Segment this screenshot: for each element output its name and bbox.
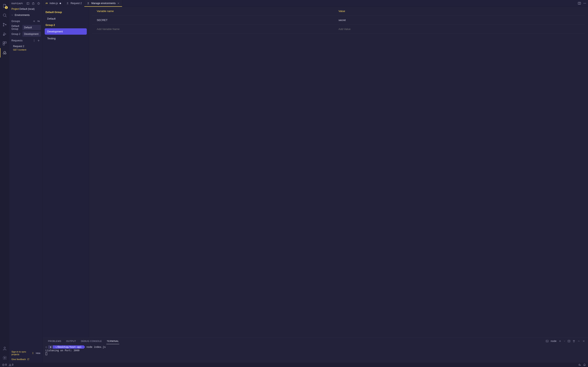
panel-tab-problems[interactable]: PROBLEMS xyxy=(45,338,64,344)
terminal-shell-icon[interactable] xyxy=(546,340,549,342)
hide-link[interactable]: Hide xyxy=(36,352,40,354)
close-tab-icon[interactable] xyxy=(117,2,120,4)
project-value: Default (local) xyxy=(19,8,35,10)
requests-label: Requests xyxy=(11,39,23,42)
group-row-default: Default Group Default xyxy=(9,24,43,31)
svg-rect-6 xyxy=(5,42,6,43)
status-feedback-icon[interactable] xyxy=(578,363,581,366)
maximize-panel-icon[interactable] xyxy=(577,340,580,342)
groups-label: Groups xyxy=(11,20,20,23)
bottom-panel: PROBLEMS OUTPUT DEBUG CONSOLE TERMINAL n… xyxy=(43,338,588,363)
request-subtitle: GET /content xyxy=(9,49,43,52)
tab-more-icon[interactable] xyxy=(583,2,586,5)
terminal-body[interactable]: ○ ❯ ~/Desktop/test-api node index.js Lis… xyxy=(43,344,588,363)
group-row-group2: Group 2 Development xyxy=(9,31,43,37)
chevron-down-icon xyxy=(11,14,13,16)
svg-point-20 xyxy=(67,2,68,3)
activity-settings-icon[interactable] xyxy=(0,353,9,363)
activity-debug-icon[interactable] xyxy=(0,29,9,39)
panel-help-icon[interactable] xyxy=(37,2,40,5)
group-env-pill[interactable]: Development xyxy=(22,31,41,37)
project-label: Project xyxy=(11,8,19,10)
col-variable-name: Variable name xyxy=(97,9,338,13)
variable-name-cell[interactable]: SECRET xyxy=(97,18,338,22)
panel-tab-terminal[interactable]: TERMINAL xyxy=(104,338,121,344)
tab-indexjs[interactable]: JS index.js xyxy=(43,0,64,7)
status-warnings[interactable]: 0 xyxy=(9,363,13,366)
svg-point-18 xyxy=(34,40,34,41)
variable-row[interactable]: SECRET secret xyxy=(92,16,585,25)
request-icon xyxy=(66,2,69,5)
variable-value-cell[interactable]: secret xyxy=(338,18,580,22)
error-icon xyxy=(2,364,5,366)
add-request-icon[interactable] xyxy=(37,39,40,42)
tab-label: index.js xyxy=(50,2,58,5)
svg-point-14 xyxy=(39,4,39,4)
new-terminal-icon[interactable] xyxy=(559,340,562,342)
kill-terminal-icon[interactable] xyxy=(572,340,575,342)
status-bell-icon[interactable] xyxy=(583,363,586,366)
feedback-link[interactable]: Give feedback xyxy=(11,358,40,360)
group-name: Default Group xyxy=(11,25,21,31)
side-panel-header: RAPIDAPI xyxy=(9,0,43,7)
panel-export-icon[interactable] xyxy=(31,2,35,5)
project-row[interactable]: Project Default (local) xyxy=(9,7,43,12)
svg-point-9 xyxy=(4,347,5,349)
request-item[interactable]: Request 2 xyxy=(9,44,43,49)
add-variable-name-input[interactable] xyxy=(97,27,338,31)
sync-message[interactable]: Sign-in to sync projects xyxy=(11,350,30,356)
pin-icon[interactable] xyxy=(32,352,34,354)
svg-point-8 xyxy=(4,51,6,53)
requests-more-icon[interactable] xyxy=(32,39,36,42)
terminal-dropdown-icon[interactable] xyxy=(563,340,566,342)
requests-subhead: Requests xyxy=(9,37,43,44)
split-terminal-icon[interactable] xyxy=(568,340,571,342)
warning-icon xyxy=(9,364,11,366)
svg-rect-26 xyxy=(546,340,548,342)
external-link-icon xyxy=(27,358,29,360)
add-group-icon[interactable] xyxy=(32,19,36,23)
group-name: Group 2 xyxy=(11,33,21,35)
svg-point-10 xyxy=(4,357,5,359)
terminal-command: node index.js xyxy=(86,346,106,349)
svg-point-29 xyxy=(10,365,10,366)
activity-rapidapi-icon[interactable] xyxy=(0,48,9,58)
env-item-development[interactable]: Development xyxy=(45,28,87,35)
svg-rect-7 xyxy=(3,44,4,45)
environments-icon xyxy=(87,2,90,5)
split-editor-icon[interactable] xyxy=(578,2,581,5)
terminal-output: Listening on Port: 3000 xyxy=(45,349,585,352)
status-bar: 0 0 xyxy=(0,363,588,367)
panel-tabs: PROBLEMS OUTPUT DEBUG CONSOLE TERMINAL n… xyxy=(43,338,588,344)
activity-extensions-icon[interactable] xyxy=(0,39,9,48)
activity-search-icon[interactable] xyxy=(0,11,9,20)
env-group-header: Group 2 xyxy=(43,22,89,28)
panel-tab-output[interactable]: OUTPUT xyxy=(64,338,78,344)
tab-request2[interactable]: Request 2 xyxy=(64,0,85,7)
side-panel-title: RAPIDAPI xyxy=(11,2,25,5)
activity-bar: 1 xyxy=(0,0,9,363)
tab-manage-environments[interactable]: Manage environments xyxy=(84,0,122,7)
add-variable-value-input[interactable] xyxy=(338,27,580,31)
activity-account-icon[interactable] xyxy=(0,344,9,353)
status-errors[interactable]: 0 xyxy=(2,363,7,366)
svg-rect-5 xyxy=(3,42,4,43)
panel-tab-debug-console[interactable]: DEBUG CONSOLE xyxy=(78,338,104,344)
svg-point-17 xyxy=(34,40,34,40)
group-env-pill[interactable]: Default xyxy=(22,25,41,30)
environments-header: Environments xyxy=(15,14,30,17)
env-item-testing[interactable]: Testing xyxy=(45,35,87,42)
activity-explorer-icon[interactable]: 1 xyxy=(0,1,9,11)
environments-section-toggle[interactable]: Environments xyxy=(9,12,43,18)
activity-scm-icon[interactable] xyxy=(0,20,9,29)
variables-header-row: Variable name Value xyxy=(92,7,585,16)
terminal-name[interactable]: node xyxy=(551,340,557,342)
close-panel-icon[interactable] xyxy=(582,340,585,342)
js-file-icon: JS xyxy=(45,2,48,5)
env-item-default[interactable]: Default xyxy=(45,16,87,22)
group-settings-icon[interactable] xyxy=(37,19,40,23)
panel-layout-icon[interactable] xyxy=(26,2,30,5)
svg-rect-11 xyxy=(27,2,29,4)
tab-bar: JS index.js Request 2 Manage environment… xyxy=(43,0,588,7)
svg-point-19 xyxy=(34,41,34,42)
